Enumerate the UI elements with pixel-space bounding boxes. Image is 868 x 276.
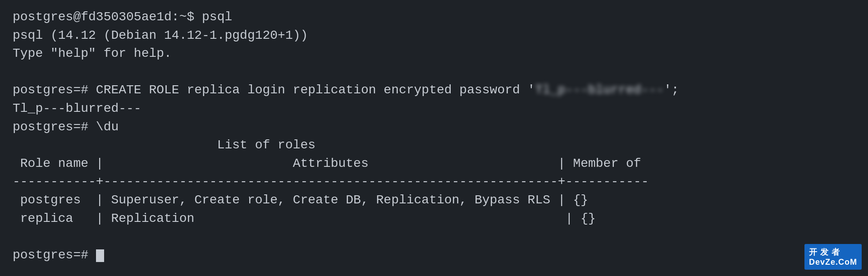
blurred-password: Tl_p---blurred--- — [535, 81, 664, 100]
line-prompt-psql: postgres@fd350305ae1d:~$ psql — [13, 8, 855, 27]
table-row-postgres: postgres | Superuser, Create role, Creat… — [13, 191, 855, 210]
table-row-replica: replica | Replication | {} — [13, 210, 855, 228]
line-psql-version: psql (14.12 (Debian 14.12-1.pgdg120+1)) — [13, 27, 855, 45]
line-final-prompt: postgres=# — [13, 246, 855, 265]
line-create-role-cmd: postgres=# CREATE ROLE replica login rep… — [13, 81, 855, 100]
table-header: Role name | Attributes | Member of — [13, 155, 855, 173]
line-create-role-result: Tl_p---blurred--- — [13, 100, 855, 118]
terminal-cursor — [96, 249, 104, 262]
watermark-badge: 开 发 者 DevZe.CoM — [804, 244, 862, 270]
terminal-window: postgres@fd350305ae1d:~$ psql psql (14.1… — [0, 0, 868, 276]
watermark-line1: 开 发 者 — [809, 247, 857, 258]
table-separator: -----------+----------------------------… — [13, 173, 855, 191]
line-du-cmd: postgres=# \du — [13, 118, 855, 137]
table-title: List of roles — [13, 136, 855, 155]
line-empty-1 — [13, 63, 855, 82]
line-empty-2 — [13, 228, 855, 246]
watermark-line2: DevZe.CoM — [809, 258, 857, 267]
line-help-hint: Type "help" for help. — [13, 45, 855, 63]
